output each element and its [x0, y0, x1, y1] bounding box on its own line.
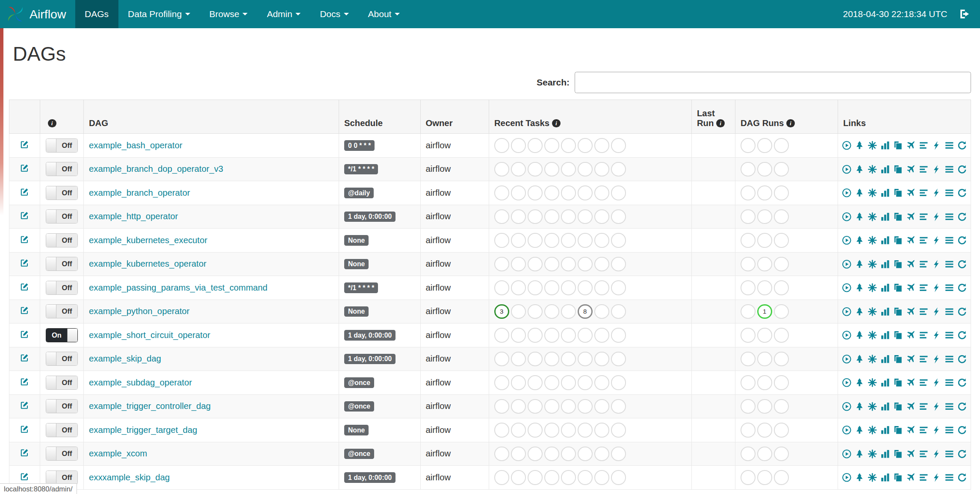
tree-view-icon[interactable] [855, 378, 865, 388]
task-tries-icon[interactable] [893, 212, 903, 222]
logs-icon[interactable] [945, 425, 954, 435]
refresh-icon[interactable] [957, 449, 967, 459]
refresh-icon[interactable] [957, 235, 967, 245]
landing-times-icon[interactable] [906, 449, 916, 459]
pause-toggle[interactable]: Off [46, 352, 78, 366]
dag-link[interactable]: exxxample_skip_dag [89, 473, 170, 482]
trigger-dag-icon[interactable] [842, 330, 852, 340]
trigger-dag-icon[interactable] [842, 449, 852, 459]
task-duration-icon[interactable] [880, 449, 890, 459]
task-tries-icon[interactable] [893, 330, 903, 340]
task-tries-icon[interactable] [893, 473, 903, 482]
landing-times-icon[interactable] [906, 354, 916, 364]
landing-times-icon[interactable] [906, 283, 916, 293]
search-input[interactable] [575, 72, 971, 93]
gantt-view-icon[interactable] [919, 402, 929, 412]
trigger-dag-icon[interactable] [842, 235, 852, 245]
edit-dag-button[interactable] [20, 377, 30, 387]
code-view-icon[interactable] [932, 165, 942, 174]
graph-view-icon[interactable] [868, 165, 877, 174]
task-tries-icon[interactable] [893, 307, 903, 317]
pause-toggle[interactable]: Off [46, 376, 78, 390]
task-state-circle[interactable]: 3 [494, 304, 509, 319]
landing-times-icon[interactable] [906, 165, 916, 174]
task-duration-icon[interactable] [880, 402, 890, 412]
graph-view-icon[interactable] [868, 354, 877, 364]
edit-dag-button[interactable] [20, 187, 30, 197]
dag-link[interactable]: example_subdag_operator [89, 378, 192, 387]
header-owner[interactable]: Owner [420, 100, 489, 134]
pause-toggle[interactable]: Off [46, 470, 78, 485]
pause-toggle[interactable]: Off [46, 209, 78, 223]
refresh-icon[interactable] [957, 378, 967, 388]
tree-view-icon[interactable] [855, 212, 865, 222]
task-tries-icon[interactable] [893, 259, 903, 269]
task-tries-icon[interactable] [893, 188, 903, 198]
edit-dag-button[interactable] [20, 353, 30, 363]
gantt-view-icon[interactable] [919, 378, 929, 388]
gantt-view-icon[interactable] [919, 425, 929, 435]
graph-view-icon[interactable] [868, 449, 877, 459]
task-duration-icon[interactable] [880, 235, 890, 245]
logs-icon[interactable] [945, 259, 954, 269]
trigger-dag-icon[interactable] [842, 354, 852, 364]
edit-dag-button[interactable] [20, 400, 30, 410]
graph-view-icon[interactable] [868, 378, 877, 388]
nav-item-browse[interactable]: Browse [200, 0, 257, 28]
refresh-icon[interactable] [957, 259, 967, 269]
graph-view-icon[interactable] [868, 425, 877, 435]
edit-dag-button[interactable] [20, 163, 30, 173]
graph-view-icon[interactable] [868, 141, 877, 150]
pause-toggle[interactable]: Off [46, 233, 78, 247]
code-view-icon[interactable] [932, 307, 942, 317]
code-view-icon[interactable] [932, 235, 942, 245]
landing-times-icon[interactable] [906, 473, 916, 482]
logs-icon[interactable] [945, 330, 954, 340]
dag-link[interactable]: example_python_operator [89, 306, 189, 316]
task-duration-icon[interactable] [880, 473, 890, 482]
landing-times-icon[interactable] [906, 212, 916, 222]
tree-view-icon[interactable] [855, 425, 865, 435]
refresh-icon[interactable] [957, 354, 967, 364]
task-duration-icon[interactable] [880, 307, 890, 317]
gantt-view-icon[interactable] [919, 141, 929, 150]
logs-icon[interactable] [945, 473, 954, 482]
logs-icon[interactable] [945, 235, 954, 245]
code-view-icon[interactable] [932, 283, 942, 293]
task-state-circle[interactable]: 8 [578, 304, 593, 319]
tree-view-icon[interactable] [855, 141, 865, 150]
graph-view-icon[interactable] [868, 330, 877, 340]
landing-times-icon[interactable] [906, 330, 916, 340]
gantt-view-icon[interactable] [919, 235, 929, 245]
tree-view-icon[interactable] [855, 307, 865, 317]
gantt-view-icon[interactable] [919, 283, 929, 293]
tree-view-icon[interactable] [855, 330, 865, 340]
landing-times-icon[interactable] [906, 188, 916, 198]
tree-view-icon[interactable] [855, 449, 865, 459]
dag-link[interactable]: example_short_circuit_operator [89, 330, 210, 340]
edit-dag-button[interactable] [20, 282, 30, 292]
brand[interactable]: Airflow [0, 0, 75, 28]
gantt-view-icon[interactable] [919, 330, 929, 340]
landing-times-icon[interactable] [906, 378, 916, 388]
tree-view-icon[interactable] [855, 259, 865, 269]
gantt-view-icon[interactable] [919, 188, 929, 198]
dag-link[interactable]: example_trigger_target_dag [89, 425, 197, 435]
task-duration-icon[interactable] [880, 212, 890, 222]
logs-icon[interactable] [945, 141, 954, 150]
refresh-icon[interactable] [957, 425, 967, 435]
landing-times-icon[interactable] [906, 259, 916, 269]
refresh-icon[interactable] [957, 188, 967, 198]
dag-link[interactable]: example_kubernetes_operator [89, 259, 207, 268]
task-tries-icon[interactable] [893, 235, 903, 245]
dag-link[interactable]: example_http_operator [89, 212, 178, 221]
tree-view-icon[interactable] [855, 402, 865, 412]
task-tries-icon[interactable] [893, 425, 903, 435]
trigger-dag-icon[interactable] [842, 188, 852, 198]
logs-icon[interactable] [945, 378, 954, 388]
dag-link[interactable]: example_branch_dop_operator_v3 [89, 164, 223, 173]
landing-times-icon[interactable] [906, 402, 916, 412]
graph-view-icon[interactable] [868, 212, 877, 222]
task-duration-icon[interactable] [880, 425, 890, 435]
graph-view-icon[interactable] [868, 235, 877, 245]
